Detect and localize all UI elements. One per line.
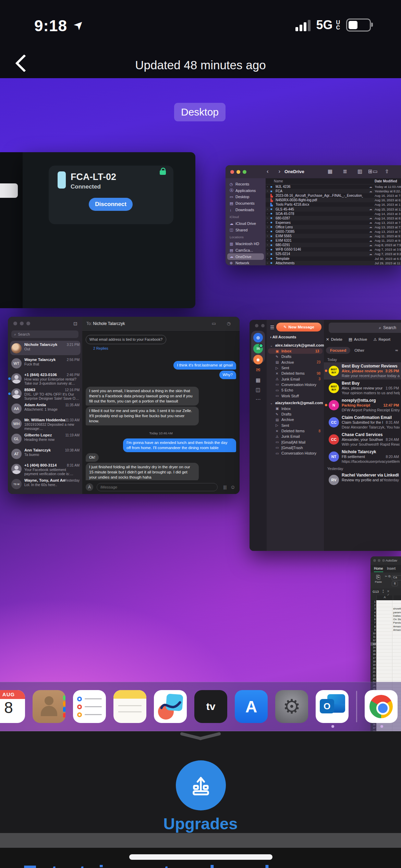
sheet-row[interactable]: 4 paramou [370,611,401,614]
cell-a[interactable] [376,663,392,667]
disconnect-button[interactable]: Disconnect [89,198,133,211]
conversation-row[interactable]: WH Mr. William Hoddenbach 11:33 AM 18019… [8,416,82,431]
contacts-tab-icon[interactable]: ◫ [253,385,263,395]
sheet-row[interactable]: 20 [370,667,401,670]
all-accounts-item[interactable]: › All Accounts [270,335,296,339]
file-row[interactable]: › ■ Template ☁ Jul 30, 2023 at 6:34 PM [266,256,401,261]
select-all-corner[interactable] [370,595,377,600]
mail-folder-item[interactable]: ▷ Sent [267,423,324,428]
contacts-app-icon[interactable] [33,690,65,723]
file-row[interactable]: › ■ 525-0214 ☁ Aug 7, 2023 at 9:21 AM [266,252,401,256]
file-row[interactable]: › ■ Expenses ☁ Aug 13, 2023 at 7:15 PM [266,220,401,225]
disclosure-triangle-icon[interactable]: › [266,262,270,264]
sidebar-item[interactable]: ◷ Recents [226,181,266,188]
list-column-headers[interactable]: Name Date Modified [266,178,401,184]
cell-a[interactable] [376,614,392,618]
sheet-row[interactable]: 23 [370,677,401,681]
calendar-app-icon[interactable]: AUG 8 [0,690,25,723]
cell-a[interactable] [376,621,392,625]
mail-folder-item[interactable]: ▭ [Gmail]All Mail [267,439,324,445]
sheet-row[interactable]: 10 [370,632,401,635]
sheet-row[interactable]: 1 [370,600,401,604]
remote-desktop-screenshot[interactable]: Desktop FCA-LT-02 Connected Disconnect ‹… [0,78,401,738]
row-number[interactable]: 2 [370,604,376,607]
row-number[interactable]: 16 [370,653,376,656]
outlook-app-icon[interactable]: O [316,690,349,723]
disclosure-triangle-icon[interactable]: › [266,213,270,215]
cell-a[interactable] [376,649,392,653]
row-number[interactable]: 6 [370,618,376,621]
mail-folder-item[interactable]: ▭ Conversation History [267,382,324,387]
disclosure-triangle-icon[interactable]: › [266,185,270,188]
row-number[interactable]: 15 [370,649,376,653]
cell-b[interactable] [392,670,401,674]
disclosure-triangle-icon[interactable]: › [266,190,270,192]
disclosure-triangle-icon[interactable]: › [266,239,270,242]
window-controls[interactable] [13,322,30,325]
sheet-row[interactable]: 15 [370,649,401,653]
conversation-row[interactable]: +1 (404) 800-3114 8:31 AM Your Facebook … [8,461,82,477]
conversation-row[interactable]: +1 (314) 918-6404 Yesterday [8,492,82,494]
sheet-row[interactable]: 12 [370,639,401,642]
mail-folder-item[interactable]: ✎ Drafts [267,354,324,359]
cell-b[interactable] [392,667,401,670]
sheet-grabber-handle[interactable] [180,732,221,741]
file-row[interactable]: › ■ 680-0287 ☁ Aug 14, 2023 at 8:32 AM [266,216,401,220]
sidebar-item[interactable]: ↓ Downloads [226,206,266,213]
menu-icon[interactable]: ☰ [270,325,275,330]
mail-folder-item[interactable]: ▤ Archive [267,417,324,422]
disclosure-triangle-icon[interactable]: › [266,244,270,246]
reminders-app-icon[interactable] [73,690,106,723]
toolbar-action[interactable]: ⚠ Report [373,337,390,342]
apple-tv-app-icon[interactable]: tv [194,690,227,723]
email-row[interactable]: CC Chase Card Services Alexander, your S… [324,431,401,448]
cell-a[interactable] [376,674,392,677]
freeform-app-icon[interactable] [154,690,187,723]
autosave-toggle[interactable]: AutoSav [386,559,397,562]
cell-a[interactable] [376,646,392,649]
row-number[interactable]: 12 [370,639,376,642]
file-row[interactable]: › ■ EXM 5565 ☁ Aug 11, 2023 at 9:33 AM [266,234,401,238]
mail-tab-icon[interactable]: ✉ [253,365,263,375]
cell-b[interactable] [392,660,401,663]
mail-folder-item[interactable]: ▭ 5 Echo [267,387,324,393]
row-number[interactable]: 13 [370,642,376,646]
cell-b[interactable] [392,677,401,681]
disclosure-triangle-icon[interactable]: › [266,248,270,251]
cell-b[interactable] [392,604,401,607]
sheet-row[interactable]: 5 Dallas M [370,614,401,618]
email-row[interactable]: CC Claim Confirmation Email Claim Submit… [324,414,401,431]
cell-b[interactable] [392,646,401,649]
disclosure-triangle-icon[interactable]: › [266,208,270,210]
sheet-row[interactable]: 11 [370,635,401,639]
paste-button[interactable]: ⎘ Paste [373,574,384,583]
disclosure-triangle-icon[interactable]: › [266,235,270,237]
row-number[interactable]: 3 [370,607,376,611]
file-row[interactable]: ▙ N450RX-0030-flight-log.pdf ☁ Aug 16, 2… [266,198,401,202]
cell-a[interactable] [376,607,392,611]
disclosure-triangle-icon[interactable]: › [266,257,270,260]
cell-b[interactable]: On Star [392,618,401,621]
cell-b[interactable]: Amazon I [392,625,401,628]
row-number[interactable]: 11 [370,635,376,639]
sheet-row[interactable]: 2 [370,604,401,607]
row-number[interactable]: 1 [370,600,376,604]
cell-a[interactable] [376,600,392,604]
file-row[interactable]: ▙ 2023-08-16_Aircraft_Purchase_Agr...FIN… [266,193,401,198]
cell-a[interactable] [376,604,392,607]
cell-a[interactable] [376,635,392,639]
sheet-row[interactable]: 14 [370,646,401,649]
email-row[interactable]: NT Nichole Talarczyk FB settlement 8:20 … [324,448,401,465]
sheet-row[interactable]: 16 [370,653,401,656]
cell-b[interactable] [392,632,401,635]
cell-b[interactable]: paramou [392,611,401,614]
cell-a[interactable] [376,632,392,635]
cell-a[interactable] [376,653,392,656]
sidebar-item[interactable]: Ⓐ Applications [226,188,266,194]
row-number[interactable]: 22 [370,674,376,677]
mail-folder-item[interactable]: ▭ Conversation History [267,450,324,456]
system-settings-app-icon[interactable]: ⚙ [275,690,308,723]
sidebar-item[interactable]: ▭ Desktop [226,194,266,200]
conversation-row[interactable]: TS W Wayne, Tony, Aunt Amy,... Yesterday… [8,477,82,492]
conversation-row[interactable]: GL Gilberto Lopez 11:19 AM Heading there… [8,431,82,446]
